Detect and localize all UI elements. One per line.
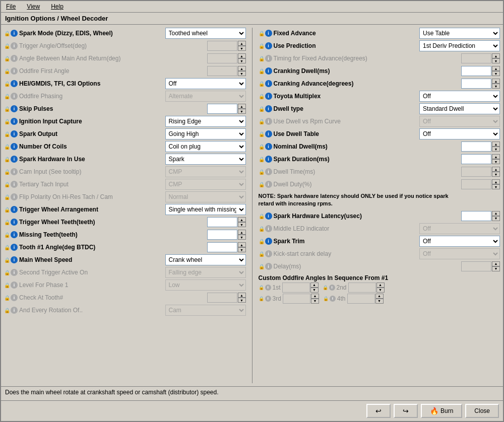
dwell-time-input: 1.0 (461, 167, 491, 177)
info-icon-toyota-multiplex[interactable]: i (265, 93, 272, 100)
use-dwell-table-select[interactable]: Off On (419, 128, 500, 139)
oddfire-2nd-input: 180.0 (348, 283, 376, 293)
menu-view[interactable]: View (24, 2, 43, 11)
spark-hw-latency-down[interactable]: ▼ (492, 216, 500, 221)
tooth-angle-label: Tooth #1 Angle(deg BTDC) (19, 244, 95, 251)
info-icon-ignition-capture[interactable]: i (11, 118, 18, 125)
fixed-advance-select[interactable]: Use Table Fixed (419, 28, 500, 39)
skip-pulses-down[interactable]: ▼ (238, 109, 246, 114)
dwell-time-label: Dwell Time(ms) (274, 168, 316, 175)
info-icon-spark-hw-latency[interactable]: i (265, 213, 272, 220)
redo-button[interactable]: ↪ (394, 404, 418, 418)
ignition-capture-select[interactable]: Rising Edge Falling Edge (165, 116, 246, 127)
info-icon-spark-trim[interactable]: i (265, 238, 272, 245)
cranking-dwell-down[interactable]: ▼ (492, 71, 500, 76)
check-at-tooth-input: 1 (207, 293, 237, 303)
nominal-dwell-input[interactable]: 2.5 (461, 142, 491, 152)
trigger-teeth-input[interactable]: 24 (207, 217, 237, 227)
skip-pulses-up[interactable]: ▲ (238, 104, 246, 109)
num-coils-select[interactable]: Coil on plug Single coil (165, 141, 246, 152)
trigger-arrangement-select[interactable]: Single wheel with missing tooth Dual whe… (165, 204, 246, 215)
info-icon-spark-output[interactable]: i (11, 130, 18, 137)
tooth-angle-up[interactable]: ▲ (238, 242, 246, 247)
spark-duration-input[interactable]: 1.5 (461, 154, 491, 164)
nominal-dwell-spinner-btns: ▲ ▼ (492, 142, 500, 152)
lock-icon: 🔒 (4, 207, 9, 212)
missing-teeth-up[interactable]: ▲ (238, 230, 246, 235)
dwell-duty-label-group: 🔒 i Dwell Duty(%) (259, 181, 312, 188)
menu-help[interactable]: Help (48, 2, 67, 11)
missing-teeth-row: 🔒 i Missing Teeth(teeth) 1 ▲ ▼ (4, 229, 246, 240)
use-prediction-select[interactable]: 1st Deriv Prediction None (419, 40, 500, 51)
spark-hw-latency-input[interactable]: 0 (461, 211, 491, 221)
skip-pulses-spinner: 3 ▲ ▼ (207, 104, 246, 114)
info-icon-cranking-dwell[interactable]: i (265, 67, 272, 75)
lock-icon: 🔒 (259, 182, 264, 187)
angle-between-up: ▲ (238, 53, 246, 58)
second-trigger-select: Falling edge (165, 267, 246, 278)
hei-options-select[interactable]: Off On (165, 78, 246, 89)
info-icon-nominal-dwell[interactable]: i (265, 143, 272, 150)
tooth-angle-down[interactable]: ▼ (238, 247, 246, 252)
info-icon-use-dwell-table[interactable]: i (265, 130, 272, 137)
lock-icon: 🔒 (4, 144, 9, 149)
cranking-advance-up[interactable]: ▲ (492, 79, 500, 84)
skip-pulses-input[interactable]: 3 (207, 104, 237, 114)
menu-file[interactable]: File (3, 2, 19, 11)
every-rotation-label: And Every Rotation Of.. (19, 307, 83, 314)
undo-button[interactable]: ↩ (366, 404, 391, 418)
cranking-dwell-up[interactable]: ▲ (492, 66, 500, 71)
spark-output-select[interactable]: Going High Going Low (165, 128, 246, 139)
missing-teeth-input[interactable]: 1 (207, 230, 237, 240)
info-icon-flip-polarity: i (11, 193, 18, 200)
info-icon-skip-pulses[interactable]: i (11, 105, 18, 112)
info-icon-fixed-advance[interactable]: i (265, 30, 272, 37)
spark-duration-down[interactable]: ▼ (492, 159, 500, 164)
cranking-dwell-input[interactable]: 3.5 (461, 66, 491, 76)
dwell-type-select[interactable]: Standard Dwell Other (419, 103, 500, 114)
main-wheel-speed-select[interactable]: Crank wheel Cam wheel (165, 254, 246, 265)
main-wheel-speed-row: 🔒 i Main Wheel Speed Crank wheel Cam whe… (4, 254, 246, 265)
spark-trim-select[interactable]: Off On (419, 236, 500, 247)
info-icon-oddfire-phasing: i (11, 93, 18, 100)
toyota-multiplex-select[interactable]: Off On (419, 91, 500, 102)
trigger-teeth-down[interactable]: ▼ (238, 222, 246, 227)
info-icon-missing-teeth[interactable]: i (11, 231, 18, 238)
info-icon-spark-hw[interactable]: i (11, 156, 18, 163)
cranking-advance-input[interactable]: 10.0 (461, 79, 491, 89)
tooth-angle-input[interactable]: 50.0 (207, 242, 237, 252)
check-at-tooth-spinner: 1 ▲ ▼ (207, 293, 246, 303)
info-icon-use-prediction[interactable]: i (265, 42, 272, 49)
info-icon-cranking-advance[interactable]: i (265, 80, 272, 87)
use-dwell-table-label: Use Dwell Table (274, 130, 319, 137)
info-icon-spark-mode[interactable]: i (11, 30, 18, 37)
spark-duration-up[interactable]: ▲ (492, 154, 500, 159)
info-icon-trigger-arrangement[interactable]: i (11, 206, 18, 213)
oddfire-2nd-item: 🔒 i 2nd 180.0 ▲ ▼ (323, 283, 385, 293)
info-icon-oddfire-1st: i (265, 285, 271, 291)
burn-button[interactable]: 🔥 Burn (421, 404, 462, 418)
spark-hw-select[interactable]: Spark Other (165, 154, 246, 165)
trigger-angle-down: ▼ (238, 46, 246, 51)
info-icon-dwell-type[interactable]: i (265, 105, 272, 112)
trigger-teeth-up[interactable]: ▲ (238, 217, 246, 222)
missing-teeth-down[interactable]: ▼ (238, 235, 246, 240)
info-icon-delay-ms: i (265, 263, 272, 270)
oddfire-phasing-row: 🔒 i Oddfire Phasing Alternate (4, 91, 246, 102)
flip-polarity-label: Flip Polarity On Hi-Res Tach / Cam (19, 193, 113, 200)
lock-icon: 🔒 (259, 169, 264, 174)
info-icon-trigger-teeth[interactable]: i (11, 219, 18, 226)
info-icon-main-wheel-speed[interactable]: i (11, 256, 18, 263)
spark-mode-select[interactable]: Toothed wheel Dizzy EDIS (165, 28, 246, 39)
info-icon-spark-duration[interactable]: i (265, 156, 272, 163)
nominal-dwell-down[interactable]: ▼ (492, 147, 500, 152)
info-icon-middle-led: i (265, 225, 272, 232)
spark-hw-latency-up[interactable]: ▲ (492, 211, 500, 216)
trigger-angle-input: 0.0 (207, 41, 237, 51)
info-icon-num-coils[interactable]: i (11, 143, 18, 150)
info-icon-tooth-angle[interactable]: i (11, 244, 18, 251)
close-button[interactable]: Close (465, 404, 499, 418)
nominal-dwell-up[interactable]: ▲ (492, 142, 500, 147)
info-icon-hei[interactable]: i (11, 80, 18, 87)
cranking-advance-down[interactable]: ▼ (492, 84, 500, 89)
